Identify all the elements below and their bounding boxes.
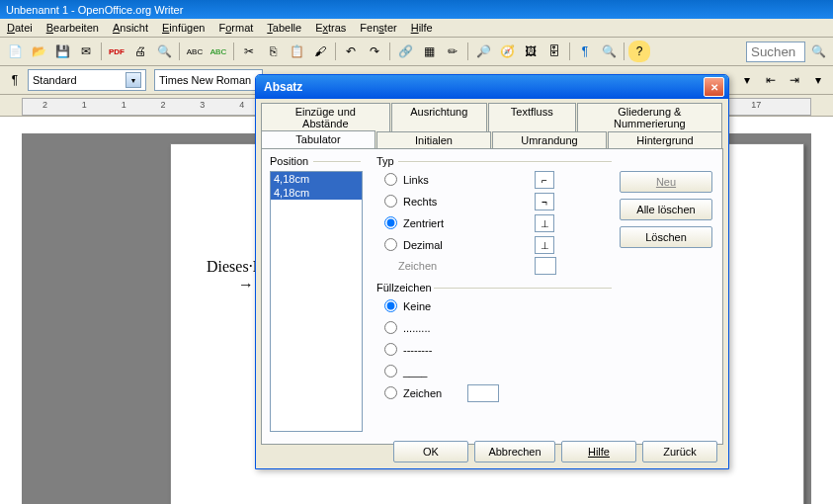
- radio-label: Dezimal: [403, 239, 443, 251]
- radio-fill-dots[interactable]: .........: [384, 321, 431, 334]
- radio-fill-zeichen[interactable]: Zeichen: [384, 386, 442, 399]
- menu-format[interactable]: Format: [211, 20, 260, 36]
- groupline: [434, 288, 612, 290]
- menu-extras[interactable]: Extras: [308, 20, 353, 36]
- overflow-icon[interactable]: ▾: [807, 69, 829, 91]
- menu-fenster[interactable]: Fenster: [353, 20, 403, 36]
- btn-label: Alle löschen: [636, 204, 695, 215]
- preview-icon[interactable]: 🔍: [153, 41, 175, 62]
- dialog-titlebar[interactable]: Absatz ✕: [256, 75, 728, 99]
- paragraph-dialog: Absatz ✕ Einzüge und Abstände Ausrichtun…: [255, 74, 729, 469]
- search-input[interactable]: [746, 42, 805, 62]
- standard-toolbar: 📄 📂 💾 ✉ PDF 🖨 🔍 ABC ABC ✂ ⎘ 📋 🖌 ↶ ↷ 🔗 ▦ …: [0, 38, 833, 66]
- table-icon[interactable]: ▦: [418, 41, 440, 62]
- tab-gliederung[interactable]: Gliederung & Nummerierung: [577, 103, 722, 131]
- datasource-icon[interactable]: 🗄: [543, 41, 565, 62]
- ok-button[interactable]: OK: [393, 441, 468, 462]
- tab-textfluss[interactable]: Textfluss: [488, 103, 576, 131]
- loeschen-button[interactable]: Löschen: [620, 226, 712, 248]
- navigator-icon[interactable]: 🧭: [496, 41, 518, 62]
- menu-ansicht[interactable]: Ansicht: [106, 20, 155, 36]
- redo-icon[interactable]: ↷: [364, 41, 385, 62]
- position-item-edit[interactable]: 4,18cm: [271, 172, 362, 186]
- ruler-number: 3: [200, 100, 205, 110]
- brush-icon[interactable]: 🖌: [309, 41, 331, 62]
- radio-fill-underline[interactable]: ____: [384, 365, 427, 378]
- style-combo[interactable]: Standard ▼: [28, 69, 146, 91]
- radio-rechts[interactable]: Rechts: [384, 195, 437, 208]
- position-listbox[interactable]: 4,18cm 4,18cm: [270, 171, 363, 432]
- back-button[interactable]: Zurück: [642, 441, 717, 462]
- ruler-number: 2: [160, 100, 165, 110]
- radio-label: Keine: [403, 300, 431, 312]
- fill-zeichen-input[interactable]: [467, 384, 499, 402]
- tab-einzuege[interactable]: Einzüge und Abstände: [261, 103, 390, 131]
- label-zeichen: Zeichen: [398, 260, 437, 272]
- close-icon[interactable]: ✕: [704, 77, 724, 97]
- separator: [569, 42, 570, 60]
- tab-mark-left: ⌐: [535, 171, 554, 189]
- tab-tabulator[interactable]: Tabulator: [261, 130, 375, 148]
- copy-icon[interactable]: ⎘: [262, 41, 284, 62]
- help-button[interactable]: Hilfe: [561, 441, 636, 462]
- autocheck-icon[interactable]: ABC: [208, 41, 229, 62]
- separator: [335, 42, 336, 60]
- search-go-icon[interactable]: 🔍: [807, 41, 829, 62]
- help-icon[interactable]: ?: [628, 41, 650, 62]
- indent-right-icon[interactable]: ⇥: [784, 69, 805, 91]
- nonprint-icon[interactable]: ¶: [574, 41, 596, 62]
- radio-links[interactable]: Links: [384, 173, 429, 186]
- undo-icon[interactable]: ↶: [340, 41, 362, 62]
- menu-tabelle[interactable]: Tabelle: [260, 20, 308, 36]
- neu-button[interactable]: Neu: [620, 171, 712, 193]
- font-combo[interactable]: Times New Roman: [154, 69, 263, 91]
- tool-icon[interactable]: ▾: [736, 69, 758, 91]
- tab-mark-right: ¬: [535, 193, 554, 210]
- window-titlebar: Unbenannt 1 - OpenOffice.org Writer: [0, 0, 833, 19]
- tab-ausrichtung[interactable]: Ausrichtung: [391, 103, 487, 131]
- find-icon[interactable]: 🔎: [472, 41, 494, 62]
- ruler-number: 1: [122, 100, 126, 110]
- groupline: [398, 161, 612, 163]
- zoom-icon[interactable]: 🔍: [598, 41, 620, 62]
- radio-fill-dashes[interactable]: --------: [384, 343, 432, 356]
- styles-icon[interactable]: ¶: [4, 69, 26, 91]
- spellcheck-icon[interactable]: ABC: [184, 41, 206, 62]
- separator: [467, 42, 468, 60]
- side-buttons: Neu Alle löschen Löschen: [620, 171, 712, 248]
- dialog-body: Einzüge und Abstände Ausrichtung Textflu…: [257, 100, 727, 468]
- pdf-icon[interactable]: PDF: [106, 41, 127, 62]
- open-icon[interactable]: 📂: [28, 41, 49, 62]
- new-icon[interactable]: 📄: [4, 41, 26, 62]
- alle-loeschen-button[interactable]: Alle löschen: [620, 199, 712, 220]
- menu-datei[interactable]: Datei: [0, 20, 40, 36]
- hyperlink-icon[interactable]: 🔗: [394, 41, 416, 62]
- radio-zentriert[interactable]: Zentriert: [384, 216, 444, 229]
- gallery-icon[interactable]: 🖼: [520, 41, 541, 62]
- paste-icon[interactable]: 📋: [286, 41, 307, 62]
- tab-umrandung[interactable]: Umrandung: [492, 131, 607, 149]
- tab-initialen[interactable]: Initialen: [376, 131, 491, 149]
- save-icon[interactable]: 💾: [51, 41, 73, 62]
- indent-left-icon[interactable]: ⇤: [760, 69, 782, 91]
- menu-einfuegen[interactable]: Einfügen: [155, 20, 211, 36]
- print-icon[interactable]: 🖨: [129, 41, 151, 62]
- menu-bearbeiten[interactable]: Bearbeiten: [40, 20, 106, 36]
- radio-label: Zeichen: [403, 387, 442, 399]
- position-item[interactable]: 4,18cm: [271, 186, 362, 200]
- drawing-icon[interactable]: ✏: [442, 41, 463, 62]
- separator: [101, 42, 102, 60]
- menu-hilfe[interactable]: Hilfe: [404, 20, 440, 36]
- ruler-number: 4: [239, 100, 244, 110]
- dialog-title: Absatz: [264, 80, 302, 94]
- tab-hintergrund[interactable]: Hintergrund: [608, 131, 722, 149]
- chevron-down-icon: ▼: [125, 72, 141, 88]
- radio-dezimal[interactable]: Dezimal: [384, 238, 443, 251]
- font-value: Times New Roman: [159, 74, 251, 86]
- window-title: Unbenannt 1 - OpenOffice.org Writer: [6, 4, 183, 16]
- radio-fill-keine[interactable]: Keine: [384, 299, 431, 312]
- email-icon[interactable]: ✉: [75, 41, 97, 62]
- cut-icon[interactable]: ✂: [238, 41, 260, 62]
- zeichen-input[interactable]: [535, 257, 556, 275]
- cancel-button[interactable]: Abbrechen: [474, 441, 555, 462]
